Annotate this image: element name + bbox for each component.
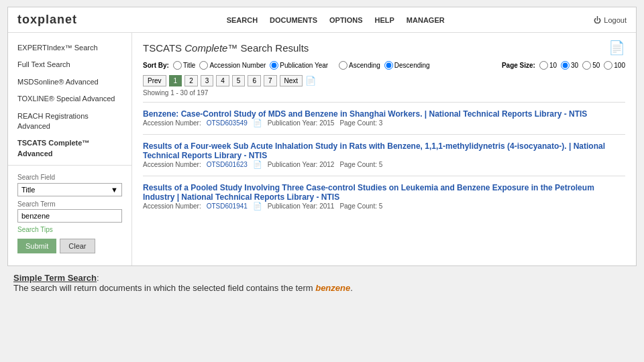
page-count-2: Page Count: 5 (339, 161, 382, 168)
sort-by-label: Sort By: (143, 62, 169, 69)
sort-ascending-radio[interactable] (339, 61, 347, 70)
sort-title-option[interactable]: Title (173, 61, 196, 70)
result-meta-1: Accession Number: OTSD603549 📄 Publicati… (143, 119, 625, 127)
app-box: toxplanet SEARCH DOCUMENTS OPTIONS HELP … (7, 7, 637, 266)
sidebar-item-expertindex[interactable]: EXPERTIndex™ Search (8, 40, 131, 56)
results-area: TSCATS Complete™ Search Results 📄 Sort B… (132, 33, 636, 265)
page-4-button[interactable]: 4 (216, 75, 229, 86)
search-tips-link[interactable]: Search Tips (17, 226, 122, 233)
page-size-30-option[interactable]: 30 (561, 61, 578, 70)
nav-links: SEARCH DOCUMENTS OPTIONS HELP MANAGER (227, 16, 445, 24)
logo-planet: planet (38, 13, 77, 26)
result-item-3: Results of a Pooled Study Involving Thre… (143, 176, 625, 217)
page-size-100-label: 100 (614, 62, 625, 69)
page-count-3: Page Count: 5 (339, 202, 382, 210)
search-field-value: Title (21, 186, 35, 194)
page-size-50-radio[interactable] (582, 61, 591, 70)
sidebar-divider (8, 165, 131, 166)
sort-descending-option[interactable]: Descending (384, 61, 430, 70)
page-wrapper: toxplanet SEARCH DOCUMENTS OPTIONS HELP … (0, 0, 644, 300)
page-size-50-option[interactable]: 50 (582, 61, 600, 70)
simple-term-search-label: Simple Term Search (13, 273, 97, 283)
benzene-term: benzene (315, 283, 350, 293)
accession-link-1[interactable]: OTSD603549 (207, 119, 248, 127)
nav-manager[interactable]: MANAGER (407, 16, 445, 24)
sort-title-radio[interactable] (173, 61, 182, 70)
main-content: EXPERTIndex™ Search Full Text Search MSD… (8, 33, 636, 265)
description-after: . (350, 283, 353, 293)
sidebar-item-msdsonline[interactable]: MSDSonline® Advanced (8, 74, 131, 90)
pdf-icon[interactable]: 📄 (608, 40, 625, 56)
sort-ascending-label: Ascending (349, 62, 380, 69)
accession-label-3: Accession Number: (143, 202, 201, 210)
page-count-1: Page Count: 3 (339, 119, 382, 127)
doc-icon-1: 📄 (253, 119, 262, 127)
sort-accession-radio[interactable] (199, 61, 208, 70)
result-item: Benzene: Case-Control Study of MDS and B… (143, 102, 625, 134)
logo: toxplanet (17, 13, 77, 27)
sort-accession-option[interactable]: Accession Number (199, 61, 266, 70)
logout-button[interactable]: ⏻ Logout (594, 16, 627, 24)
search-term-label: Search Term (17, 200, 122, 208)
nav-documents[interactable]: DOCUMENTS (270, 16, 317, 24)
sidebar-buttons: Submit Clear (17, 239, 122, 253)
download-results-icon[interactable]: 📄 (305, 76, 316, 86)
page-size-100-radio[interactable] (604, 61, 612, 70)
page-5-button[interactable]: 5 (232, 75, 246, 86)
submit-button[interactable]: Submit (17, 239, 56, 253)
page-2-button[interactable]: 2 (184, 75, 198, 86)
result-meta-2: Accession Number: OTSD601623 📄 Publicati… (143, 160, 625, 169)
page-7-button[interactable]: 7 (264, 75, 277, 86)
complete-tm: Complete (184, 42, 227, 54)
chevron-down-icon: ▼ (111, 186, 118, 194)
results-title: TSCATS Complete™ Search Results (143, 42, 309, 54)
sort-pubyear-option[interactable]: Publication Year (270, 61, 328, 70)
sidebar-item-reach[interactable]: REACH Registrations Advanced (8, 108, 131, 135)
sidebar-item-tscats[interactable]: TSCATS Complete™ Advanced (8, 135, 131, 162)
search-field-select[interactable]: Title ▼ (17, 183, 122, 196)
page-size-label: Page Size: (502, 62, 535, 69)
next-page-button[interactable]: Next (280, 75, 303, 86)
prev-page-button[interactable]: Prev (143, 75, 166, 86)
doc-icon-2: 📄 (253, 160, 262, 169)
pub-year-1: Publication Year: 2015 (268, 119, 335, 127)
page-size-10-label: 10 (549, 62, 557, 69)
pub-year-3: Publication Year: 2011 (268, 202, 335, 210)
page-1-button[interactable]: 1 (169, 75, 182, 86)
controls-section: Sort By: Title Accession Number Publicat… (143, 61, 625, 70)
sort-descending-radio[interactable] (384, 61, 393, 70)
logo-tox: tox (17, 13, 38, 26)
bottom-text: Simple Term Search: The search will retu… (7, 266, 637, 293)
page-size-30-radio[interactable] (561, 61, 570, 70)
clear-button[interactable]: Clear (60, 239, 95, 253)
doc-icon-3: 📄 (253, 202, 262, 210)
page-size-10-option[interactable]: 10 (539, 61, 557, 70)
sort-descending-label: Descending (394, 62, 430, 69)
sidebar-item-fulltext[interactable]: Full Text Search (8, 56, 131, 73)
accession-link-3[interactable]: OTSD601941 (207, 202, 248, 210)
app-header: toxplanet SEARCH DOCUMENTS OPTIONS HELP … (8, 7, 636, 33)
search-field-label: Search Field (17, 174, 122, 181)
page-3-button[interactable]: 3 (201, 75, 214, 86)
result-title-1[interactable]: Benzene: Case-Control Study of MDS and B… (143, 109, 587, 119)
result-title-2[interactable]: Results of a Four-week Sub Acute Inhalat… (143, 141, 605, 160)
result-title-3[interactable]: Results of a Pooled Study Involving Thre… (143, 183, 594, 202)
page-6-button[interactable]: 6 (248, 75, 261, 86)
page-size-30-label: 30 (571, 62, 578, 69)
sort-pubyear-radio[interactable] (270, 61, 278, 70)
accession-link-2[interactable]: OTSD601623 (207, 161, 248, 168)
nav-help[interactable]: HELP (375, 16, 394, 24)
accession-label-2: Accession Number: (143, 161, 201, 168)
order-group: Ascending Descending (339, 61, 430, 70)
nav-options[interactable]: OPTIONS (329, 16, 363, 24)
sidebar: EXPERTIndex™ Search Full Text Search MSD… (8, 33, 132, 265)
page-size-100-option[interactable]: 100 (604, 61, 625, 70)
nav-search[interactable]: SEARCH (227, 16, 258, 24)
logout-icon: ⏻ (594, 16, 601, 24)
page-size-50-label: 50 (592, 62, 600, 69)
page-size-10-radio[interactable] (539, 61, 548, 70)
sort-ascending-option[interactable]: Ascending (339, 61, 380, 70)
sort-pubyear-label: Publication Year (280, 62, 328, 69)
sidebar-item-toxline[interactable]: TOXLINE® Special Advanced (8, 90, 131, 107)
search-term-input[interactable] (17, 209, 122, 223)
